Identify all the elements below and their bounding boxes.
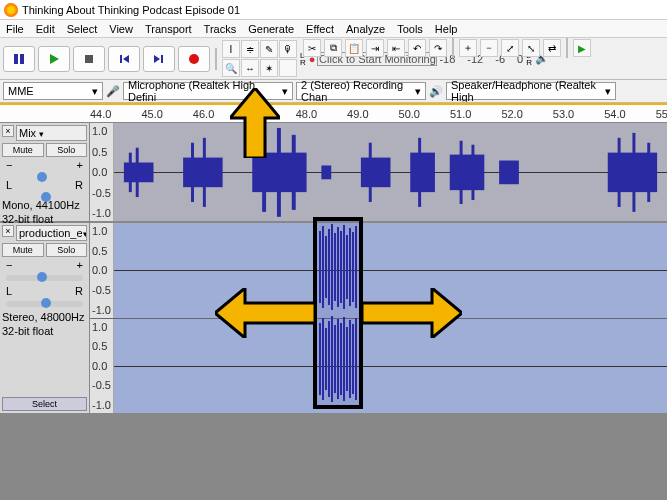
svg-rect-53 [343, 317, 345, 401]
envelope-tool-icon[interactable]: ≑ [241, 40, 259, 58]
menu-bar: File Edit Select View Transport Tracks G… [0, 20, 667, 38]
silence-icon[interactable]: ⇤ [387, 39, 405, 57]
pan-slider[interactable] [6, 301, 83, 307]
svg-rect-24 [450, 155, 485, 191]
timeshift-tool-icon[interactable]: ↔ [241, 59, 259, 77]
play-button[interactable] [38, 46, 70, 72]
zoom-out-icon[interactable]: － [480, 39, 498, 57]
menu-tools[interactable]: Tools [397, 23, 423, 35]
svg-rect-36 [331, 224, 333, 310]
multi-tool-icon[interactable]: ✶ [260, 59, 278, 77]
menu-analyze[interactable]: Analyze [346, 23, 385, 35]
menu-tracks[interactable]: Tracks [204, 23, 237, 35]
menu-transport[interactable]: Transport [145, 23, 192, 35]
title-bar: Thinking About Thinking Podcast Episode … [0, 0, 667, 20]
svg-rect-19 [321, 165, 331, 179]
cut-icon[interactable]: ✂ [303, 39, 321, 57]
track-close-icon[interactable]: × [2, 225, 14, 237]
svg-rect-40 [343, 225, 345, 309]
chevron-down-icon: ▾ [282, 85, 288, 98]
svg-rect-57 [355, 318, 357, 400]
track-select-button[interactable]: Select [2, 397, 87, 411]
paste-icon[interactable]: 📋 [345, 39, 363, 57]
toolbar-device: MME▾ 🎤 Microphone (Realtek High Defini▾ … [0, 80, 667, 103]
stop-button[interactable] [73, 46, 105, 72]
svg-rect-50 [334, 325, 336, 393]
zoom-fit-icon[interactable]: ⤡ [522, 39, 540, 57]
app-logo-icon [4, 3, 18, 17]
svg-rect-30 [632, 133, 635, 212]
zoom-in-icon[interactable]: ＋ [459, 39, 477, 57]
gain-slider[interactable] [6, 275, 83, 281]
svg-rect-41 [346, 235, 348, 299]
svg-rect-10 [129, 153, 132, 193]
menu-view[interactable]: View [109, 23, 133, 35]
selection-tool-icon[interactable]: I [222, 40, 240, 58]
amplitude-scale: 1.00.50.0-0.5-1.0 [90, 319, 114, 414]
track-close-icon[interactable]: × [2, 125, 14, 137]
menu-edit[interactable]: Edit [36, 23, 55, 35]
svg-rect-32 [319, 231, 321, 303]
playback-device-dropdown[interactable]: Speaker/Headphone (Realtek High▾ [446, 82, 616, 100]
chevron-down-icon: ▾ [415, 85, 421, 98]
zoom-toggle-icon[interactable]: ⇄ [543, 39, 561, 57]
track-panel-production: ×production_e▾ MuteSolo −+ LR Stereo, 48… [0, 223, 90, 413]
track-info: Stereo, 48000Hz [2, 311, 87, 323]
solo-button[interactable]: Solo [46, 143, 88, 157]
svg-rect-49 [331, 316, 333, 402]
mute-button[interactable]: Mute [2, 243, 44, 257]
svg-rect-38 [337, 227, 339, 307]
record-button[interactable] [178, 46, 210, 72]
svg-point-8 [189, 54, 199, 64]
svg-rect-13 [191, 143, 194, 202]
menu-file[interactable]: File [6, 23, 24, 35]
window-title: Thinking About Thinking Podcast Episode … [22, 4, 240, 16]
svg-rect-4 [120, 55, 122, 63]
skip-end-button[interactable] [143, 46, 175, 72]
svg-rect-25 [460, 141, 463, 204]
menu-effect[interactable]: Effect [306, 23, 334, 35]
track-info2: 32-bit float [2, 325, 87, 337]
svg-rect-31 [647, 143, 650, 202]
zoom-tool-icon[interactable]: 🔍 [222, 59, 240, 77]
track-lane-mix[interactable]: 1.00.50.0-0.5-1.0 [90, 123, 667, 221]
menu-select[interactable]: Select [67, 23, 98, 35]
annotation-arrow-right-icon [362, 288, 462, 338]
svg-rect-42 [349, 228, 351, 306]
annotation-arrow-left-icon [215, 288, 315, 338]
svg-rect-35 [328, 229, 330, 305]
timeline-ruler[interactable]: 44.045.046.0 47.048.049.0 50.051.052.0 5… [0, 103, 667, 123]
pause-button[interactable] [3, 46, 35, 72]
amplitude-scale: 1.00.50.0-0.5-1.0 [90, 123, 114, 221]
zoom-sel-icon[interactable]: ⤢ [501, 39, 519, 57]
trim-icon[interactable]: ⇥ [366, 39, 384, 57]
play-at-speed-icon[interactable]: ▶ [573, 39, 591, 57]
copy-icon[interactable]: ⧉ [324, 39, 342, 57]
svg-rect-37 [334, 233, 336, 301]
svg-rect-45 [319, 323, 321, 395]
svg-rect-27 [499, 161, 519, 185]
skip-start-button[interactable] [108, 46, 140, 72]
svg-rect-21 [369, 143, 372, 202]
svg-marker-2 [50, 54, 59, 64]
mic-tool-icon[interactable]: 🎙 [279, 40, 297, 58]
speaker-icon: 🔊 [429, 85, 443, 98]
track-name[interactable]: production_e▾ [16, 225, 87, 241]
draw-tool-icon[interactable]: ✎ [260, 40, 278, 58]
svg-rect-20 [361, 158, 391, 188]
audio-host-dropdown[interactable]: MME▾ [3, 82, 103, 100]
svg-rect-51 [337, 319, 339, 399]
menu-generate[interactable]: Generate [248, 23, 294, 35]
svg-rect-1 [20, 54, 24, 64]
track-name[interactable]: Mix ▾ [16, 125, 87, 141]
mute-button[interactable]: Mute [2, 143, 44, 157]
solo-button[interactable]: Solo [46, 243, 88, 257]
svg-rect-46 [322, 318, 324, 400]
empty-track-area[interactable] [0, 415, 667, 500]
menu-help[interactable]: Help [435, 23, 458, 35]
recording-channels-dropdown[interactable]: 2 (Stereo) Recording Chan▾ [296, 82, 426, 100]
svg-rect-48 [328, 321, 330, 397]
undo-icon[interactable]: ↶ [408, 39, 426, 57]
waveform-mix [114, 123, 667, 222]
redo-icon[interactable]: ↷ [429, 39, 447, 57]
